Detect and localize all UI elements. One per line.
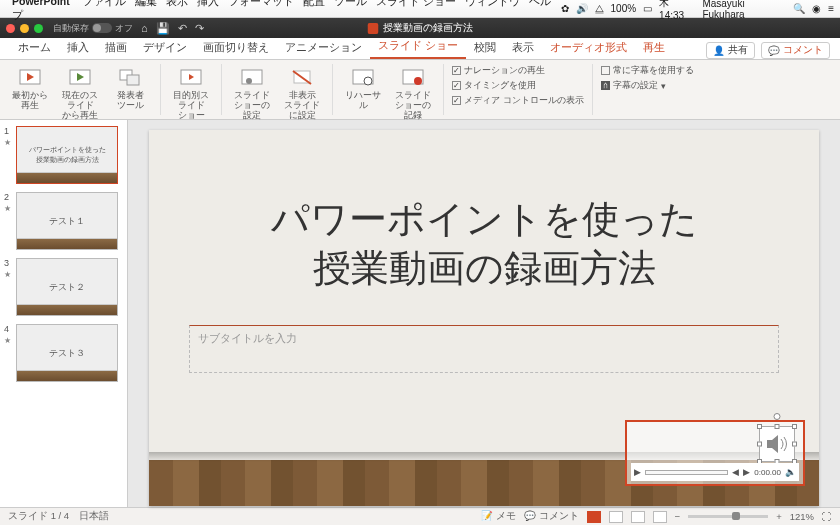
play-narrations-check[interactable]: ✓ナレーションの再生 bbox=[452, 64, 584, 77]
thumb-2[interactable]: テスト１ bbox=[16, 192, 118, 250]
rehearse-button[interactable]: リハーサル bbox=[341, 64, 385, 111]
app-name: PowerPoint bbox=[12, 0, 70, 7]
notes-button[interactable]: 📝 メモ bbox=[481, 510, 516, 523]
title-placeholder[interactable]: パワーポイントを使った 授業動画の録画方法 bbox=[189, 195, 779, 294]
subtitle-settings-button[interactable]: 🅰 字幕の設定 ▾ bbox=[601, 79, 694, 92]
audio-volume-icon[interactable]: 🔈 bbox=[785, 467, 796, 477]
use-timings-check[interactable]: ✓タイミングを使用 bbox=[452, 79, 584, 92]
wifi-icon[interactable]: ⧋ bbox=[595, 3, 604, 15]
subtitle-placeholder[interactable]: サブタイトルを入力 bbox=[189, 325, 779, 373]
zoom-out-button[interactable]: − bbox=[675, 511, 681, 522]
home-icon[interactable]: ⌂ bbox=[141, 22, 148, 35]
siri-icon[interactable]: ◉ bbox=[812, 3, 821, 14]
play-from-start-button[interactable]: 最初から 再生 bbox=[8, 64, 52, 111]
always-subtitles-check[interactable]: 常に字幕を使用する bbox=[601, 64, 694, 77]
slide-canvas[interactable]: パワーポイントを使った 授業動画の録画方法 サブタイトルを入力 ▶ ◀ ▶ 0:… bbox=[128, 120, 840, 507]
play-from-current-button[interactable]: 現在のスライド から再生 bbox=[58, 64, 102, 120]
speaker-icon[interactable] bbox=[759, 426, 795, 462]
autosave-toggle[interactable]: 自動保存オフ bbox=[53, 22, 133, 35]
slide[interactable]: パワーポイントを使った 授業動画の録画方法 サブタイトルを入力 ▶ ◀ ▶ 0:… bbox=[149, 130, 819, 506]
sorter-view-button[interactable] bbox=[609, 511, 623, 523]
setup-slideshow-button[interactable]: スライド ショーの設定 bbox=[230, 64, 274, 120]
app-menus[interactable]: PowerPoint ファイル編集表示挿入フォーマット配置ツールスライド ショー… bbox=[12, 0, 561, 23]
audio-prev-icon[interactable]: ◀ bbox=[732, 467, 739, 477]
reading-view-button[interactable] bbox=[631, 511, 645, 523]
tab-home[interactable]: ホーム bbox=[10, 38, 59, 59]
svg-point-10 bbox=[246, 78, 252, 84]
svg-marker-17 bbox=[767, 435, 778, 453]
clock[interactable]: 木 14:33 bbox=[659, 0, 695, 21]
slide-position: スライド 1 / 4 bbox=[8, 510, 69, 523]
zoom-level[interactable]: 121% bbox=[790, 511, 814, 522]
battery-pct: 100% bbox=[611, 3, 637, 14]
tab-insert[interactable]: 挿入 bbox=[59, 38, 97, 59]
svg-point-16 bbox=[414, 77, 422, 85]
zoom-slider[interactable] bbox=[688, 515, 768, 518]
hide-slide-button[interactable]: 非表示 スライドに設定 bbox=[280, 64, 324, 120]
tool-icon[interactable]: ✿ bbox=[561, 3, 569, 14]
audio-seek-bar[interactable] bbox=[645, 470, 728, 475]
tab-playback[interactable]: 再生 bbox=[635, 38, 673, 59]
tab-review[interactable]: 校閲 bbox=[466, 38, 504, 59]
rotate-handle[interactable] bbox=[774, 413, 781, 420]
svg-rect-6 bbox=[127, 75, 139, 85]
undo-icon[interactable]: ↶ bbox=[178, 22, 187, 35]
ribbon: 最初から 再生 現在のスライド から再生 発表者 ツール 目的別スライド ショー… bbox=[0, 60, 840, 120]
tab-view[interactable]: 表示 bbox=[504, 38, 542, 59]
notif-icon[interactable]: ≡ bbox=[828, 3, 834, 14]
tab-transitions[interactable]: 画面切り替え bbox=[195, 38, 277, 59]
share-button[interactable]: 👤 共有 bbox=[706, 42, 755, 59]
audio-play-icon[interactable]: ▶ bbox=[634, 467, 641, 477]
tab-audio-format[interactable]: オーディオ形式 bbox=[542, 38, 635, 59]
document-title: 授業動画の録画方法 bbox=[368, 21, 473, 35]
show-media-controls-check[interactable]: ✓メディア コントロールの表示 bbox=[452, 94, 584, 107]
custom-slideshow-button[interactable]: 目的別スライド ショー bbox=[169, 64, 213, 120]
presenter-view-button[interactable]: 発表者 ツール bbox=[108, 64, 152, 111]
svg-rect-9 bbox=[242, 70, 262, 84]
audio-object-selection[interactable]: ▶ ◀ ▶ 0:00.00 🔈 bbox=[625, 420, 805, 486]
record-slideshow-button[interactable]: スライド ショーの記録 bbox=[391, 64, 435, 120]
tab-draw[interactable]: 描画 bbox=[97, 38, 135, 59]
mac-menubar: PowerPoint ファイル編集表示挿入フォーマット配置ツールスライド ショー… bbox=[0, 0, 840, 18]
normal-view-button[interactable] bbox=[587, 511, 601, 523]
status-bar: スライド 1 / 4 日本語 📝 メモ 💬 コメント − + 121% ⛶ bbox=[0, 507, 840, 525]
save-icon[interactable]: 💾 bbox=[156, 22, 170, 35]
thumb-3[interactable]: テスト２ bbox=[16, 258, 118, 316]
svg-rect-0 bbox=[368, 23, 379, 34]
menubar-status: ✿ 🔊 ⧋ 100% ▭ 木 14:33 Masayuki Fukuhara 🔍… bbox=[561, 0, 834, 21]
zoom-in-button[interactable]: + bbox=[776, 511, 782, 522]
tab-design[interactable]: デザイン bbox=[135, 38, 195, 59]
volume-icon[interactable]: 🔊 bbox=[576, 3, 588, 14]
svg-point-14 bbox=[364, 77, 372, 85]
slide-thumbnails[interactable]: 1★ パワーポイントを使った授業動画の録画方法 2★ テスト１ 3★ テスト２ … bbox=[0, 120, 128, 507]
battery-icon: ▭ bbox=[643, 3, 652, 14]
window-titlebar: 自動保存オフ ⌂ 💾 ↶ ↷ 授業動画の録画方法 bbox=[0, 18, 840, 38]
ribbon-tabs: ホーム 挿入 描画 デザイン 画面切り替え アニメーション スライド ショー 校… bbox=[0, 38, 840, 60]
comments-status-button[interactable]: 💬 コメント bbox=[524, 510, 579, 523]
workspace: 1★ パワーポイントを使った授業動画の録画方法 2★ テスト１ 3★ テスト２ … bbox=[0, 120, 840, 507]
quick-access-toolbar[interactable]: ⌂ 💾 ↶ ↷ bbox=[141, 22, 204, 35]
fit-window-button[interactable]: ⛶ bbox=[822, 511, 832, 522]
thumb-1[interactable]: パワーポイントを使った授業動画の録画方法 bbox=[16, 126, 118, 184]
audio-player-controls[interactable]: ▶ ◀ ▶ 0:00.00 🔈 bbox=[631, 463, 799, 481]
slideshow-view-button[interactable] bbox=[653, 511, 667, 523]
comments-button[interactable]: 💬 コメント bbox=[761, 42, 830, 59]
tab-slideshow[interactable]: スライド ショー bbox=[370, 36, 466, 59]
user-name[interactable]: Masayuki Fukuhara bbox=[702, 0, 786, 20]
audio-time: 0:00.00 bbox=[754, 468, 781, 477]
traffic-lights[interactable] bbox=[6, 24, 43, 33]
tab-animations[interactable]: アニメーション bbox=[277, 38, 370, 59]
audio-next-icon[interactable]: ▶ bbox=[743, 467, 750, 477]
spotlight-icon[interactable]: 🔍 bbox=[793, 3, 805, 14]
language[interactable]: 日本語 bbox=[79, 510, 109, 523]
thumb-4[interactable]: テスト３ bbox=[16, 324, 118, 382]
redo-icon[interactable]: ↷ bbox=[195, 22, 204, 35]
